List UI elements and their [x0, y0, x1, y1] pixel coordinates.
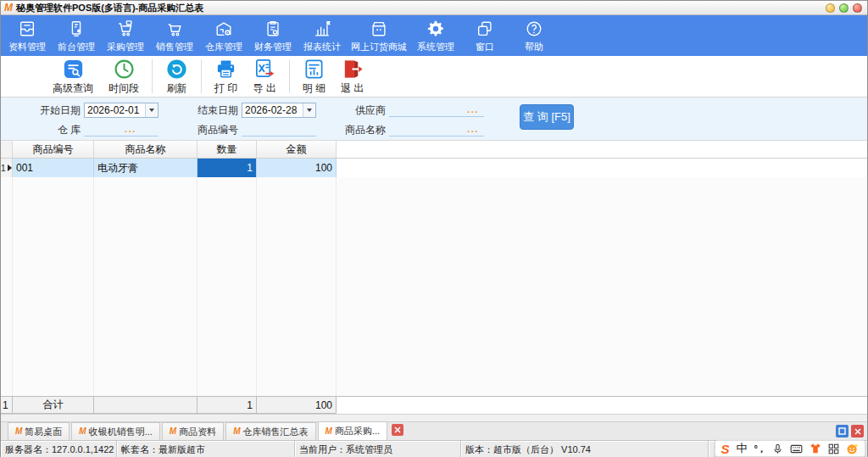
menu-data-management[interactable]: 资料管理 — [3, 17, 52, 54]
refresh-button[interactable]: 刷新 — [158, 57, 196, 96]
help-icon — [525, 19, 543, 39]
footer-amount-total: 100 — [257, 397, 337, 414]
status-bar: 服务器名：127.0.0.1,1422 帐套名：最新版超市 当前用户：系统管理员… — [1, 440, 867, 457]
column-header-amount[interactable]: 金额 — [257, 141, 337, 158]
menu-label: 仓库管理 — [205, 41, 242, 53]
toolbar-separator — [152, 59, 153, 93]
tab-close-button[interactable] — [392, 424, 403, 436]
chevron-down-icon[interactable] — [145, 103, 158, 117]
keyboard-icon[interactable] — [790, 443, 803, 454]
supplier-field[interactable]: ··· — [389, 103, 484, 117]
cell-name[interactable]: 电动牙膏 — [94, 159, 198, 177]
exit-button[interactable]: 退 出 — [333, 57, 371, 96]
export-excel-icon — [253, 57, 276, 81]
menu-sales[interactable]: 销售管理 — [150, 17, 199, 54]
menu-system[interactable]: 系统管理 — [411, 17, 460, 54]
cell-amount[interactable]: 100 — [257, 159, 337, 177]
tab-label: 仓库销售汇总表 — [243, 426, 309, 438]
detail-button[interactable]: 明 细 — [295, 57, 333, 96]
sogou-logo-icon[interactable]: S — [721, 443, 730, 455]
main-toolbar: 资料管理 前台管理 采购管理 销售管理 — [1, 15, 867, 56]
ellipsis-icon[interactable]: ··· — [467, 108, 484, 116]
sales-cart-icon — [165, 19, 184, 39]
cell-qty-selected[interactable]: 1 — [198, 159, 257, 177]
menu-front-desk[interactable]: 前台管理 — [52, 17, 101, 54]
cell-code[interactable]: 001 — [13, 159, 94, 177]
warehouse-field[interactable]: ··· — [84, 122, 159, 137]
maximize-button[interactable] — [839, 3, 849, 13]
close-button[interactable] — [853, 3, 862, 13]
product-code-field[interactable] — [242, 122, 316, 137]
menu-label: 系统管理 — [417, 41, 454, 53]
footer-row-number: 1 — [1, 397, 13, 414]
tab-purchase-summary-active[interactable]: M 商品采购... — [318, 421, 388, 440]
ellipsis-icon[interactable]: ··· — [467, 127, 484, 136]
print-button[interactable]: 打 印 — [207, 57, 245, 96]
menu-online-store[interactable]: 网上订货商城 — [347, 17, 411, 54]
close-window-button[interactable] — [851, 425, 864, 437]
emoji-icon[interactable] — [846, 443, 859, 455]
ime-language-toggle[interactable]: 中 — [737, 441, 748, 456]
chevron-down-icon[interactable] — [303, 103, 315, 117]
footer-filler — [337, 397, 867, 414]
header-filler — [337, 141, 867, 158]
footer-name-cell — [94, 397, 198, 414]
filter-panel: 开始日期 2026-02-01 结束日期 2026-02-28 供应商 ··· … — [1, 98, 867, 141]
warehouse-label: 仓 库 — [33, 123, 81, 137]
time-range-button[interactable]: 时间段 — [101, 57, 147, 96]
archive-icon — [18, 19, 36, 39]
exit-icon — [341, 57, 364, 81]
column-header-code[interactable]: 商品编号 — [13, 141, 94, 158]
export-button[interactable]: 导 出 — [245, 57, 283, 96]
tab-product-data[interactable]: M 商品资料 — [162, 422, 224, 440]
warehouse-icon — [214, 19, 233, 39]
button-label: 刷新 — [167, 81, 187, 96]
detail-icon — [303, 57, 326, 81]
pos-terminal-icon — [67, 19, 86, 39]
product-code-label: 商品编号 — [191, 123, 238, 137]
menu-label: 窗口 — [476, 41, 494, 53]
menu-warehouse[interactable]: 仓库管理 — [199, 17, 248, 54]
end-date-combo[interactable]: 2026-02-28 — [242, 103, 316, 118]
grid-empty-area[interactable] — [1, 177, 867, 396]
query-button[interactable]: 查 询 [F5] — [520, 104, 574, 130]
tab-warehouse-sales-summary[interactable]: M 仓库销售汇总表 — [225, 422, 315, 440]
skin-icon[interactable] — [810, 443, 821, 454]
tab-cashier-sales[interactable]: M 收银机销售明... — [71, 422, 160, 440]
menu-reports[interactable]: 报表统计 — [298, 17, 347, 54]
restore-window-button[interactable] — [836, 425, 849, 437]
microphone-icon[interactable] — [772, 443, 783, 455]
ellipsis-icon[interactable]: ··· — [125, 127, 159, 136]
menu-label: 财务管理 — [254, 41, 292, 53]
horizontal-scrollbar[interactable] — [1, 414, 867, 421]
menu-finance[interactable]: 财务管理 — [248, 17, 298, 54]
menu-help[interactable]: 帮助 — [509, 17, 559, 54]
advanced-query-button[interactable]: 高级查询 — [45, 57, 101, 96]
tab-logo-icon: M — [326, 427, 332, 436]
status-version: 版本：超市版（后台） V10.74 — [461, 441, 709, 457]
column-header-qty[interactable]: 数量 — [198, 141, 257, 158]
toolbox-grid-icon[interactable] — [828, 443, 839, 454]
start-date-label: 开始日期 — [33, 103, 81, 117]
toolbar-separator — [201, 59, 202, 93]
menu-label: 前台管理 — [58, 41, 95, 53]
tab-simple-desktop[interactable]: M 简易桌面 — [8, 422, 70, 440]
tab-label: 商品采购... — [335, 425, 380, 437]
menu-window[interactable]: 窗口 — [460, 17, 509, 54]
product-name-field[interactable]: ··· — [389, 122, 484, 137]
row-number: 1 — [1, 164, 6, 173]
ime-punctuation-toggle[interactable]: °， — [754, 443, 765, 455]
footer-total-label: 合计 — [13, 397, 94, 414]
start-date-combo[interactable]: 2026-02-01 — [84, 103, 159, 118]
menu-purchase[interactable]: 采购管理 — [101, 17, 150, 54]
table-row[interactable]: 1 001 电动牙膏 1 100 — [1, 159, 867, 177]
menu-label: 资料管理 — [8, 41, 46, 53]
minimize-button[interactable] — [826, 3, 835, 13]
tab-label: 收银机销售明... — [89, 426, 153, 438]
tab-label: 商品资料 — [179, 426, 216, 438]
column-header-name[interactable]: 商品名称 — [94, 141, 198, 158]
tab-logo-icon: M — [79, 427, 86, 436]
print-icon — [214, 57, 237, 81]
finance-clipboard-icon — [264, 19, 282, 39]
tab-logo-icon: M — [170, 427, 176, 436]
